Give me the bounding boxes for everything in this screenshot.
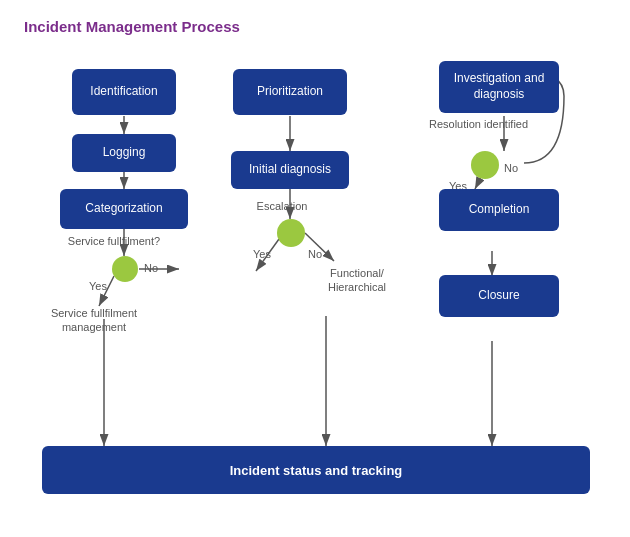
page-title: Incident Management Process: [24, 18, 606, 35]
box-logging: Logging: [72, 134, 176, 172]
label-service-fulfillment-q: Service fullfilment?: [54, 234, 174, 248]
box-initial-diagnosis: Initial diagnosis: [231, 151, 349, 189]
box-closure: Closure: [439, 275, 559, 317]
box-categorization: Categorization: [60, 189, 188, 229]
box-identification: Identification: [72, 69, 176, 115]
label-functional-hierarchical: Functional/ Hierarchical: [312, 266, 402, 295]
box-prioritization: Prioritization: [233, 69, 347, 115]
label-resolution-identified: Resolution identified: [429, 117, 544, 131]
label-col1-yes: Yes: [84, 279, 112, 293]
label-escalation: Escalation: [242, 199, 322, 213]
box-investigation: Investigation and diagnosis: [439, 61, 559, 113]
decision-circle-col1: [112, 256, 138, 282]
label-escalation-no: No: [304, 247, 326, 261]
box-completion: Completion: [439, 189, 559, 231]
decision-circle-escalation: [277, 219, 305, 247]
bottom-bar-incident-tracking: Incident status and tracking: [42, 446, 590, 494]
label-col1-no: No: [140, 261, 162, 275]
label-resolution-no: No: [500, 161, 522, 175]
decision-circle-resolution: [471, 151, 499, 179]
page-wrapper: Incident Management Process: [0, 0, 630, 537]
diagram-area: Identification Logging Categorization Se…: [24, 51, 606, 521]
label-escalation-yes: Yes: [248, 247, 276, 261]
label-service-fulfilment-mgmt: Service fullfilment management: [34, 306, 154, 335]
